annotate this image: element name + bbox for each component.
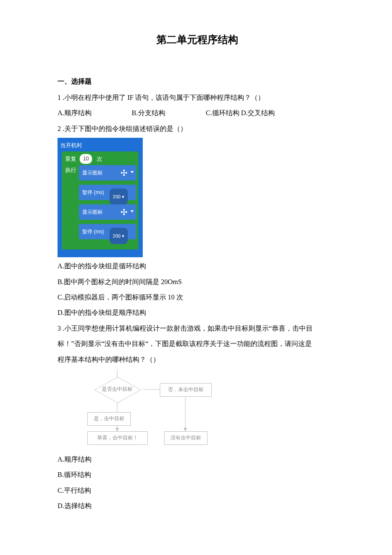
blk-pause-2-label: 暂停 (ms) [82,229,104,235]
q1-options: A.顺序结构 B.分支结构 C.循环结构 D.交叉结构 [58,107,337,119]
flow-no-label: 否，未击中目标 [160,383,212,397]
flow-no-box: 没有击中目标 [164,431,208,445]
flow-no-label-text: 否，未击中目标 [168,385,204,395]
code-block-figure: 当开机时 重复 10 次 执行 显示图标 暂停 (ms) 200 ▾ 显示图标 [58,138,143,257]
flow-yes-box: 恭喜，击中目标！ [87,431,148,445]
q3-line1: 3 .小王同学想使用计算机编程设计一款射击游戏，如果击中目标则显示“恭喜，击中目 [58,322,337,335]
q3-opt-c: C.平行结构 [58,484,337,497]
blk-pause-1-label: 暂停 (ms) [82,189,104,195]
q2-opt-d: D.图中的指令块组是顺序结构 [58,306,337,319]
blk-pause-1: 暂停 (ms) 200 ▾ [79,185,136,200]
flow-yes-box-text: 恭喜，击中目标！ [97,433,138,443]
blk-pause-2-value: 200 ▾ [110,228,128,244]
q3-opt-b: B.循环结构 [58,468,337,481]
q2-opt-a: A.图中的指令块组是循环结构 [58,260,337,273]
blk-repeat: 重复 [65,154,76,165]
q1-opt-a: A.顺序结构 [58,107,130,119]
q3-line2: 标！”否则显示“没有击中目标“，下图是截取该程序关于这一功能的流程图，请问这是 [58,337,337,350]
svg-marker-3 [184,428,187,431]
section-heading: 一、选择题 [58,75,337,88]
flow-yes-label: 是，击中目标 [87,412,131,426]
blk-show-icon-1: 显示图标 [79,165,136,180]
blk-count: 10 [80,154,92,164]
flow-condition: 是否击中目标 [92,378,143,401]
q2-opt-c: C.启动模拟器后，两个图标循环显示 10 次 [58,291,337,304]
heart-icon [120,169,128,177]
q3-opt-a: A.顺序结构 [58,453,337,466]
dropdown-icon [130,210,134,212]
q1-text: 1 .小明在程序中使用了 IF 语句，该语句属于下面哪种程序结构？（） [58,91,337,104]
q2-opt-b: B.图中两个图标之间的时间间隔是 20OmS [58,276,337,288]
blk-show-icon-1-label: 显示图标 [82,170,103,176]
dropdown-icon [130,171,134,173]
blk-show-icon-2: 显示图标 [79,204,136,220]
q1-opt-b: B.分支结构 [132,107,204,119]
blk-show-icon-2-label: 显示图标 [82,209,103,215]
blk-exec: 执行 [65,165,76,176]
flowchart-figure: 是否击中目标 否，未击中目标 是，击中目标 恭喜，击中目标！ 没有击中目标 [75,369,219,450]
q2-text: 2 .关于下图中的指令块组描述错误的是（） [58,122,337,135]
blk-pause-2: 暂停 (ms) 200 ▾ [79,224,136,239]
small-heart-icon [120,208,128,216]
flow-yes-label-text: 是，击中目标 [94,414,124,424]
page-title: 第二单元程序结构 [58,30,337,49]
svg-marker-5 [115,428,119,431]
flow-no-box-text: 没有击中目标 [170,433,201,443]
blk-pause-1-value: 200 ▾ [110,189,128,205]
q1-opt-cd: C.循环结构 D.交叉结构 [206,107,275,119]
q3-line3: 程序基本结构中的哪种结构？（） [58,353,337,366]
blk-ci: 次 [97,154,102,165]
flow-condition-label: 是否击中目标 [102,384,133,394]
blk-start: 当开机时 [60,140,82,151]
q3-opt-d: D.选择结构 [58,500,337,512]
